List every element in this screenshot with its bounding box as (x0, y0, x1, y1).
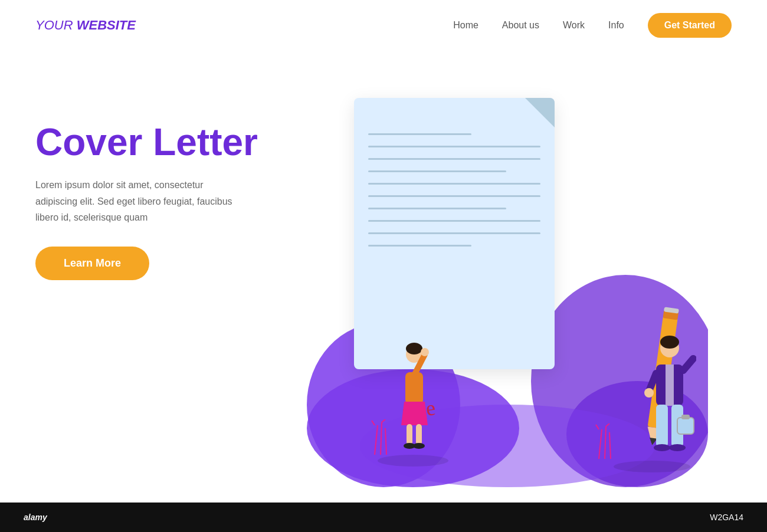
hero-description: Lorem ipsum dolor sit amet, consectetur … (35, 177, 236, 225)
header: YOUR WEBSITE Home About us Work Info Get… (0, 0, 767, 51)
svg-point-8 (421, 348, 429, 356)
get-started-button[interactable]: Get Started (648, 13, 732, 38)
watermark-id: W2GA14 (710, 513, 743, 522)
doc-line-6 (368, 195, 540, 197)
svg-line-39 (599, 429, 602, 459)
doc-line-3 (368, 158, 540, 160)
svg-rect-24 (666, 364, 674, 406)
svg-rect-33 (681, 415, 690, 419)
page-title: Cover Letter (35, 121, 283, 163)
svg-line-43 (606, 423, 609, 426)
svg-line-35 (381, 422, 382, 455)
svg-line-42 (596, 425, 599, 429)
svg-line-38 (382, 419, 385, 422)
svg-line-25 (683, 359, 693, 370)
svg-point-31 (669, 444, 686, 451)
document-lines (354, 98, 555, 271)
svg-rect-11 (407, 424, 412, 445)
grass-right (593, 423, 617, 459)
svg-line-40 (605, 426, 606, 459)
svg-point-6 (406, 343, 422, 354)
doc-line-9 (368, 232, 540, 234)
watermark-logo: alamy (24, 513, 47, 522)
svg-line-41 (609, 432, 611, 459)
svg-rect-28 (656, 405, 668, 447)
doc-line-1 (368, 133, 471, 135)
nav-about-us[interactable]: About us (502, 20, 539, 31)
hero-section: Cover Letter Lorem ipsum dolor sit amet,… (0, 51, 767, 487)
svg-marker-10 (401, 402, 428, 425)
doc-line-7 (368, 208, 506, 209)
watermark-bar: alamy W2GA14 (0, 503, 767, 532)
svg-rect-12 (416, 424, 422, 445)
hero-text: Cover Letter Lorem ipsum dolor sit amet,… (35, 86, 283, 280)
svg-point-14 (413, 443, 425, 449)
svg-line-37 (372, 421, 375, 425)
logo-your: YOUR (35, 18, 73, 32)
doc-line-4 (368, 170, 506, 172)
svg-line-34 (375, 425, 378, 455)
document (354, 98, 555, 369)
logo-website: WEBSITE (77, 18, 136, 32)
svg-point-27 (644, 388, 654, 398)
doc-line-5 (368, 183, 540, 185)
doc-line-8 (368, 220, 540, 222)
svg-point-21 (660, 336, 679, 349)
svg-line-36 (385, 428, 386, 455)
person1-shadow (378, 455, 448, 467)
person1-figure (392, 343, 437, 455)
nav-info[interactable]: Info (608, 20, 624, 31)
nav: Home About us Work Info Get Started (453, 13, 732, 38)
doc-line-2 (368, 146, 540, 147)
svg-rect-32 (677, 418, 694, 434)
nav-home[interactable]: Home (453, 20, 478, 31)
doc-line-10 (368, 245, 471, 247)
logo: YOUR WEBSITE (35, 18, 136, 33)
hero-illustration: awe (283, 86, 732, 487)
person2-shadow (614, 461, 690, 472)
svg-point-30 (654, 444, 670, 451)
grass-left (369, 419, 392, 455)
learn-more-button[interactable]: Learn More (35, 247, 149, 280)
svg-rect-9 (405, 372, 423, 405)
nav-work[interactable]: Work (563, 20, 585, 31)
person2-figure (643, 335, 696, 459)
